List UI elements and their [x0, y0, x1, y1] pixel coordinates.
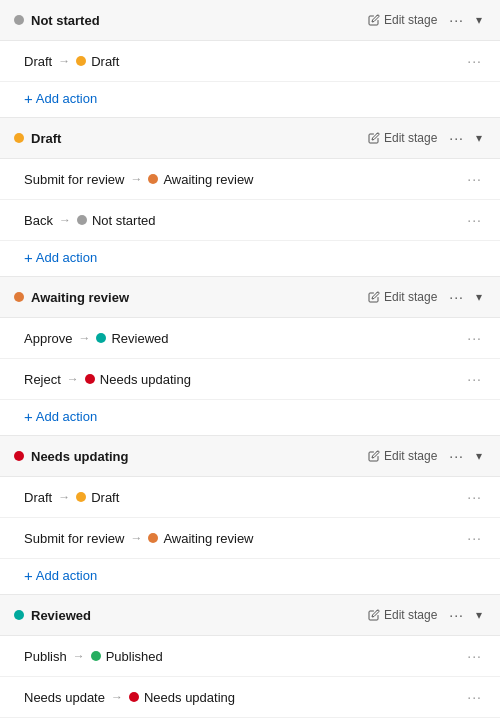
stage-reviewed: ReviewedEdit stage···▾Publish→Published·…: [0, 595, 500, 721]
action-more-button-not-started-0[interactable]: ···: [463, 51, 486, 71]
target-dot-needs-updating-1: [148, 533, 158, 543]
stage-header-left-reviewed: Reviewed: [14, 608, 364, 623]
add-action-label: Add action: [36, 568, 97, 583]
stage-chevron-button-reviewed[interactable]: ▾: [472, 606, 486, 624]
edit-stage-button-awaiting-review[interactable]: Edit stage: [364, 288, 441, 306]
stage-chevron-button-needs-updating[interactable]: ▾: [472, 447, 486, 465]
action-content-awaiting-review-0: Approve→Reviewed: [24, 331, 463, 346]
action-content-awaiting-review-1: Reject→Needs updating: [24, 372, 463, 387]
action-row-reviewed-0: Publish→Published···: [0, 636, 500, 677]
stage-more-button-not-started[interactable]: ···: [445, 10, 468, 30]
edit-stage-button-not-started[interactable]: Edit stage: [364, 11, 441, 29]
add-action-row-draft: + Add action: [0, 241, 500, 276]
action-arrow-draft-0: →: [130, 172, 142, 186]
action-content-needs-updating-1: Submit for review→Awaiting review: [24, 531, 463, 546]
action-name-awaiting-review-0: Approve: [24, 331, 72, 346]
target-dot-draft-0: [148, 174, 158, 184]
stage-chevron-button-draft[interactable]: ▾: [472, 129, 486, 147]
action-more-button-reviewed-1[interactable]: ···: [463, 687, 486, 707]
action-arrow-draft-1: →: [59, 213, 71, 227]
stage-more-button-needs-updating[interactable]: ···: [445, 446, 468, 466]
target-dot-needs-updating-0: [76, 492, 86, 502]
stage-dot-draft: [14, 133, 24, 143]
edit-stage-label: Edit stage: [384, 13, 437, 27]
add-action-button-not-started[interactable]: + Add action: [24, 90, 97, 107]
stage-header-right-needs-updating: Edit stage···▾: [364, 446, 486, 466]
add-action-row-needs-updating: + Add action: [0, 559, 500, 594]
action-content-reviewed-1: Needs update→Needs updating: [24, 690, 463, 705]
action-row-needs-updating-1: Submit for review→Awaiting review···: [0, 518, 500, 559]
stage-needs-updating: Needs updatingEdit stage···▾Draft→Draft·…: [0, 436, 500, 595]
action-content-reviewed-0: Publish→Published: [24, 649, 463, 664]
action-row-not-started-0: Draft→Draft···: [0, 41, 500, 82]
add-action-button-draft[interactable]: + Add action: [24, 249, 97, 266]
action-more-button-needs-updating-1[interactable]: ···: [463, 528, 486, 548]
edit-stage-button-draft[interactable]: Edit stage: [364, 129, 441, 147]
stage-header-awaiting-review: Awaiting reviewEdit stage···▾: [0, 277, 500, 318]
edit-stage-label: Edit stage: [384, 449, 437, 463]
stage-dot-reviewed: [14, 610, 24, 620]
target-dot-awaiting-review-0: [96, 333, 106, 343]
action-more-button-draft-0[interactable]: ···: [463, 169, 486, 189]
add-action-label: Add action: [36, 250, 97, 265]
action-row-draft-1: Back→Not started···: [0, 200, 500, 241]
action-more-button-reviewed-0[interactable]: ···: [463, 646, 486, 666]
stage-header-right-draft: Edit stage···▾: [364, 128, 486, 148]
add-action-label: Add action: [36, 91, 97, 106]
target-dot-reviewed-1: [129, 692, 139, 702]
stage-title-draft: Draft: [31, 131, 61, 146]
stage-title-reviewed: Reviewed: [31, 608, 91, 623]
stage-title-needs-updating: Needs updating: [31, 449, 129, 464]
edit-icon: [368, 14, 380, 26]
action-content-not-started-0: Draft→Draft: [24, 54, 463, 69]
action-more-button-needs-updating-0[interactable]: ···: [463, 487, 486, 507]
target-label-not-started-0: Draft: [91, 54, 119, 69]
add-action-button-awaiting-review[interactable]: + Add action: [24, 408, 97, 425]
edit-stage-button-reviewed[interactable]: Edit stage: [364, 606, 441, 624]
action-arrow-not-started-0: →: [58, 54, 70, 68]
plus-icon: +: [24, 567, 33, 584]
action-name-awaiting-review-1: Reject: [24, 372, 61, 387]
stage-draft: DraftEdit stage···▾Submit for review→Awa…: [0, 118, 500, 277]
plus-icon: +: [24, 90, 33, 107]
stage-header-not-started: Not startedEdit stage···▾: [0, 0, 500, 41]
edit-stage-button-needs-updating[interactable]: Edit stage: [364, 447, 441, 465]
action-arrow-awaiting-review-1: →: [67, 372, 79, 386]
stage-dot-awaiting-review: [14, 292, 24, 302]
stage-more-button-draft[interactable]: ···: [445, 128, 468, 148]
action-row-needs-updating-0: Draft→Draft···: [0, 477, 500, 518]
stage-header-right-awaiting-review: Edit stage···▾: [364, 287, 486, 307]
action-target-reviewed-0: Published: [91, 649, 163, 664]
add-action-label: Add action: [36, 409, 97, 424]
edit-stage-label: Edit stage: [384, 131, 437, 145]
edit-stage-label: Edit stage: [384, 608, 437, 622]
action-target-draft-0: Awaiting review: [148, 172, 253, 187]
action-more-button-awaiting-review-1[interactable]: ···: [463, 369, 486, 389]
plus-icon: +: [24, 249, 33, 266]
stage-header-left-not-started: Not started: [14, 13, 364, 28]
action-arrow-reviewed-0: →: [73, 649, 85, 663]
action-row-draft-0: Submit for review→Awaiting review···: [0, 159, 500, 200]
target-label-draft-1: Not started: [92, 213, 156, 228]
target-label-needs-updating-0: Draft: [91, 490, 119, 505]
action-name-draft-0: Submit for review: [24, 172, 124, 187]
action-more-button-awaiting-review-0[interactable]: ···: [463, 328, 486, 348]
target-dot-reviewed-0: [91, 651, 101, 661]
action-target-reviewed-1: Needs updating: [129, 690, 235, 705]
add-action-row-awaiting-review: + Add action: [0, 400, 500, 435]
add-action-row-not-started: + Add action: [0, 82, 500, 117]
plus-icon: +: [24, 408, 33, 425]
stage-header-left-needs-updating: Needs updating: [14, 449, 364, 464]
action-content-needs-updating-0: Draft→Draft: [24, 490, 463, 505]
stage-more-button-reviewed[interactable]: ···: [445, 605, 468, 625]
action-more-button-draft-1[interactable]: ···: [463, 210, 486, 230]
stage-chevron-button-not-started[interactable]: ▾: [472, 11, 486, 29]
action-arrow-awaiting-review-0: →: [78, 331, 90, 345]
add-action-button-needs-updating[interactable]: + Add action: [24, 567, 97, 584]
stage-header-needs-updating: Needs updatingEdit stage···▾: [0, 436, 500, 477]
action-target-needs-updating-0: Draft: [76, 490, 119, 505]
target-label-draft-0: Awaiting review: [163, 172, 253, 187]
stage-chevron-button-awaiting-review[interactable]: ▾: [472, 288, 486, 306]
stage-more-button-awaiting-review[interactable]: ···: [445, 287, 468, 307]
action-name-not-started-0: Draft: [24, 54, 52, 69]
